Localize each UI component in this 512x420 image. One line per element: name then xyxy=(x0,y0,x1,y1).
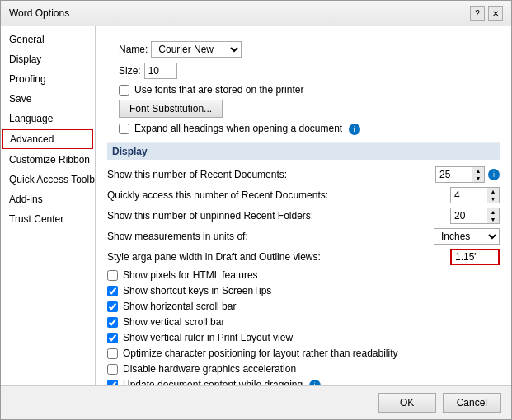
display-section-header: Display xyxy=(107,143,500,160)
font-size-row: Size: xyxy=(119,63,488,79)
font-size-input[interactable] xyxy=(144,63,177,79)
sidebar-item-display[interactable]: Display xyxy=(1,49,95,69)
recent-docs-up[interactable]: ▲ xyxy=(472,167,484,175)
sidebar-item-proofing[interactable]: Proofing xyxy=(1,69,95,89)
recent-docs-arrows: ▲ ▼ xyxy=(472,166,485,183)
cancel-button[interactable]: Cancel xyxy=(443,393,501,413)
sidebar: General Display Proofing Save Language A… xyxy=(1,26,96,385)
use-fonts-checkbox[interactable] xyxy=(119,85,129,96)
recent-folders-label: Show this number of unpinned Recent Fold… xyxy=(107,210,445,222)
sidebar-item-advanced[interactable]: Advanced xyxy=(2,129,93,149)
name-label: Name: xyxy=(119,44,148,55)
expand-headings-row: Expand all headings when opening a docum… xyxy=(119,123,488,135)
sidebar-item-add-ins[interactable]: Add-ins xyxy=(1,189,95,209)
disable-hardware-label: Disable hardware graphics acceleration xyxy=(123,363,296,375)
style-pane-row: Style arga pane width in Draft and Outli… xyxy=(107,249,500,265)
vertical-ruler-row: Show vertical ruler in Print Layout view xyxy=(107,332,500,343)
recent-folders-spinbox-wrapper: ▲ ▼ xyxy=(445,208,500,224)
dialog-body: General Display Proofing Save Language A… xyxy=(1,26,511,385)
disable-hardware-row: Disable hardware graphics acceleration xyxy=(107,363,500,375)
sidebar-item-general[interactable]: General xyxy=(1,30,95,49)
show-pixels-checkbox[interactable] xyxy=(107,270,118,281)
vertical-scroll-label: Show vertical scroll bar xyxy=(123,316,224,328)
font-name-dropdown[interactable]: Courier New xyxy=(151,41,242,58)
font-substitution-button[interactable]: Font Substitution... xyxy=(119,100,223,118)
title-bar-buttons: ? ✕ xyxy=(470,6,503,21)
close-button[interactable]: ✕ xyxy=(488,6,503,21)
font-name-row: Name: Courier New xyxy=(119,41,488,58)
dialog-title: Word Options xyxy=(9,7,69,19)
ok-button[interactable]: OK xyxy=(378,393,436,413)
show-pixels-label: Show pixels for HTML features xyxy=(123,269,258,281)
recent-folders-row: Show this number of unpinned Recent Fold… xyxy=(107,208,500,224)
vertical-ruler-checkbox[interactable] xyxy=(107,333,118,343)
optimize-char-label: Optimize character positioning for layou… xyxy=(123,348,398,359)
optimize-char-checkbox[interactable] xyxy=(107,348,118,359)
quick-access-docs-spinbox-wrapper: ▲ ▼ xyxy=(445,187,500,203)
disable-hardware-checkbox[interactable] xyxy=(107,364,118,375)
vertical-ruler-label: Show vertical ruler in Print Layout view xyxy=(123,332,293,343)
recent-docs-label: Show this number of Recent Documents: xyxy=(107,169,430,180)
content-area: Name: Courier New Size: Use fonts that a… xyxy=(96,26,511,385)
sidebar-item-trust-center[interactable]: Trust Center xyxy=(1,209,95,229)
content-scroll: Name: Courier New Size: Use fonts that a… xyxy=(96,26,511,385)
vertical-scroll-checkbox[interactable] xyxy=(107,317,118,328)
update-content-checkbox[interactable] xyxy=(107,380,118,385)
top-section: Name: Courier New Size: Use fonts that a… xyxy=(107,35,500,143)
measurements-row: Show measurements in units of: Inches Ce… xyxy=(107,228,500,245)
recent-docs-spinbox-wrapper: ▲ ▼ xyxy=(430,166,485,183)
recent-docs-row: Show this number of Recent Documents: ▲ … xyxy=(107,166,500,183)
word-options-dialog: Word Options ? ✕ General Display Proofin… xyxy=(0,0,512,420)
update-content-label: Update document content while dragging i xyxy=(123,379,321,385)
recent-folders-arrows: ▲ ▼ xyxy=(487,208,500,224)
update-content-info-icon: i xyxy=(309,380,321,385)
optimize-char-row: Optimize character positioning for layou… xyxy=(107,348,500,359)
recent-folders-input[interactable] xyxy=(450,208,487,224)
info-icon: i xyxy=(349,124,360,135)
style-pane-input[interactable] xyxy=(450,249,500,265)
quick-access-docs-down[interactable]: ▼ xyxy=(487,195,499,203)
shortcut-keys-row: Show shortcut keys in ScreenTips xyxy=(107,285,500,296)
expand-headings-label: Expand all headings when opening a docum… xyxy=(134,123,360,135)
shortcut-keys-checkbox[interactable] xyxy=(107,286,118,296)
style-pane-label: Style arga pane width in Draft and Outli… xyxy=(107,251,445,263)
display-section: Display Show this number of Recent Docum… xyxy=(107,143,500,385)
sidebar-item-quick-access[interactable]: Quick Access Toolbar xyxy=(1,170,95,189)
update-content-row: Update document content while dragging i xyxy=(107,379,500,385)
measurements-label: Show measurements in units of: xyxy=(107,231,429,242)
font-sub-row: Font Substitution... xyxy=(119,100,488,118)
sidebar-item-save[interactable]: Save xyxy=(1,89,95,109)
quick-access-docs-label: Quickly access this number of Recent Doc… xyxy=(107,189,445,201)
quick-access-docs-up[interactable]: ▲ xyxy=(487,188,499,195)
use-fonts-label: Use fonts that are stored on the printer xyxy=(134,84,303,96)
recent-docs-info-icon: i xyxy=(488,169,500,180)
recent-docs-input[interactable] xyxy=(435,166,472,183)
use-fonts-row: Use fonts that are stored on the printer xyxy=(119,84,488,96)
horizontal-scroll-label: Show horizontal scroll bar xyxy=(123,301,236,312)
help-button[interactable]: ? xyxy=(470,6,485,21)
sidebar-item-language[interactable]: Language xyxy=(1,109,95,128)
quick-access-docs-arrows: ▲ ▼ xyxy=(487,187,500,203)
show-pixels-row: Show pixels for HTML features xyxy=(107,269,500,281)
expand-headings-checkbox[interactable] xyxy=(119,124,129,134)
shortcut-keys-label: Show shortcut keys in ScreenTips xyxy=(123,285,271,296)
vertical-scroll-row: Show vertical scroll bar xyxy=(107,316,500,328)
quick-access-docs-input[interactable] xyxy=(450,187,487,203)
recent-docs-down[interactable]: ▼ xyxy=(472,175,484,182)
title-bar: Word Options ? ✕ xyxy=(1,1,511,26)
recent-folders-down[interactable]: ▼ xyxy=(487,216,499,223)
quick-access-docs-row: Quickly access this number of Recent Doc… xyxy=(107,187,500,203)
dialog-footer: OK Cancel xyxy=(1,385,511,419)
sidebar-item-customize-ribbon[interactable]: Customize Ribbon xyxy=(1,150,95,170)
recent-folders-up[interactable]: ▲ xyxy=(487,208,499,216)
horizontal-scroll-row: Show horizontal scroll bar xyxy=(107,301,500,312)
measurements-dropdown[interactable]: Inches Centimeters Millimeters Points Pi… xyxy=(434,228,500,245)
size-label: Size: xyxy=(119,65,141,77)
horizontal-scroll-checkbox[interactable] xyxy=(107,301,118,312)
